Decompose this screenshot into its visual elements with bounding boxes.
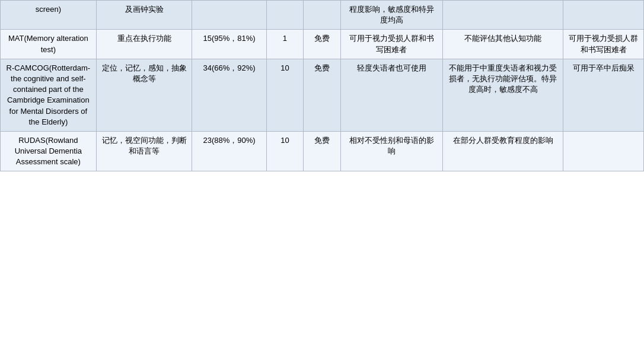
- table-cell: [304, 1, 341, 30]
- table-cell: screen): [1, 1, 97, 30]
- table-cell: 34(66%，92%): [192, 59, 266, 131]
- table-cell: 23(88%，90%): [192, 131, 266, 171]
- table-cell: 可用于视力受损人群和书写困难者: [340, 30, 442, 59]
- table-cell: [563, 1, 644, 30]
- table-cell: [266, 1, 304, 30]
- table-cell: 相对不受性别和母语的影响: [340, 131, 442, 171]
- table-cell: 程度影响，敏感度和特异度均高: [340, 1, 442, 30]
- table-row: screen)及画钟实验程度影响，敏感度和特异度均高: [1, 1, 644, 30]
- assessment-table: screen)及画钟实验程度影响，敏感度和特异度均高MAT(Memory alt…: [0, 0, 644, 171]
- table-cell: 可用于视力受损人群和书写困难者: [563, 30, 644, 59]
- table-cell: 10: [266, 131, 304, 171]
- table-cell: RUDAS(Rowland Universal Dementia Assessm…: [1, 131, 97, 171]
- table-cell: 重点在执行功能: [96, 30, 192, 59]
- table-cell: 不能用于中重度失语者和视力受损者，无执行功能评估项。特异度高时，敏感度不高: [442, 59, 563, 131]
- table-cell: 可用于卒中后痴呆: [563, 59, 644, 131]
- table-cell: MAT(Memory alteration test): [1, 30, 97, 59]
- table-cell: 记忆，视空间功能，判断和语言等: [96, 131, 192, 171]
- table-cell: 轻度失语者也可使用: [340, 59, 442, 131]
- table-cell: [192, 1, 266, 30]
- table-cell: 免费: [304, 131, 341, 171]
- table-cell: 免费: [304, 30, 341, 59]
- table-cell: 不能评估其他认知功能: [442, 30, 563, 59]
- table-row: R-CAMCOG(Rotterdam- the cognitive and se…: [1, 59, 644, 131]
- table-cell: 及画钟实验: [96, 1, 192, 30]
- table-cell: 10: [266, 59, 304, 131]
- table-row: RUDAS(Rowland Universal Dementia Assessm…: [1, 131, 644, 171]
- table-cell: 15(95%，81%): [192, 30, 266, 59]
- table-cell: 1: [266, 30, 304, 59]
- table-cell: 在部分人群受教育程度的影响: [442, 131, 563, 171]
- table-cell: R-CAMCOG(Rotterdam- the cognitive and se…: [1, 59, 97, 131]
- table-cell: [442, 1, 563, 30]
- table-cell: [563, 131, 644, 171]
- table-cell: 免费: [304, 59, 341, 131]
- table-row: MAT(Memory alteration test)重点在执行功能15(95%…: [1, 30, 644, 59]
- table-cell: 定位，记忆，感知，抽象概念等: [96, 59, 192, 131]
